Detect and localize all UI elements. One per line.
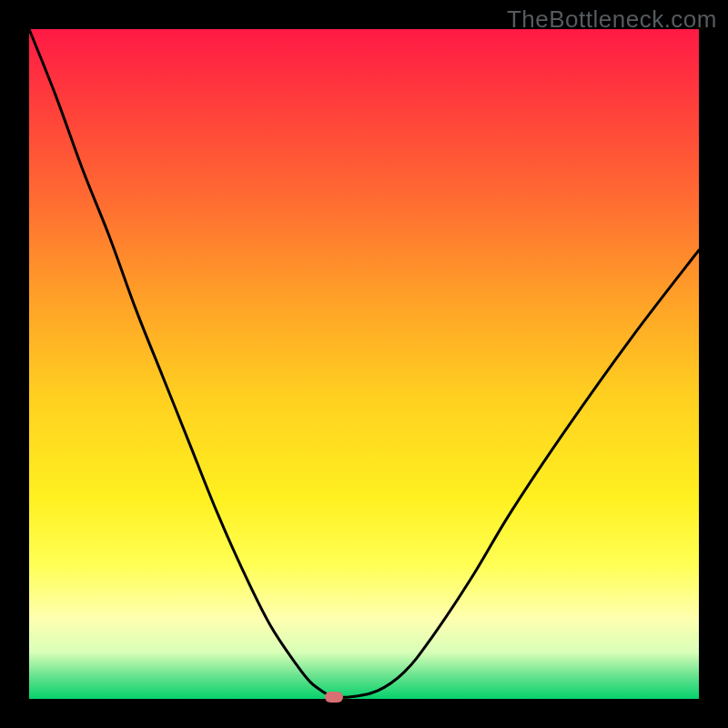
bottleneck-curve bbox=[29, 29, 699, 697]
chart-stage: TheBottleneck.com bbox=[0, 0, 728, 728]
minimum-marker bbox=[325, 692, 343, 703]
curve-svg bbox=[29, 29, 699, 699]
plot-background-gradient bbox=[29, 29, 699, 699]
plot-frame bbox=[0, 0, 728, 728]
watermark-text: TheBottleneck.com bbox=[507, 5, 717, 34]
